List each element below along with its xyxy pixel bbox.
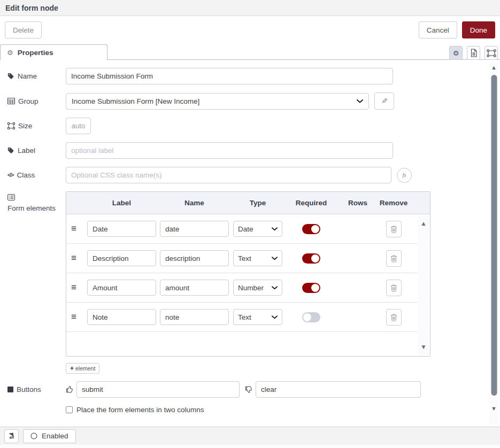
- scroll-down-icon[interactable]: ▼: [491, 405, 497, 412]
- add-element-row: + element: [7, 363, 500, 374]
- form-elements-tbody: ▲ ▼ ≡ Date: [66, 214, 430, 356]
- drag-handle-icon: ≡: [71, 312, 76, 322]
- two-columns-checkbox[interactable]: [66, 406, 73, 413]
- tab-properties-label: Properties: [18, 49, 53, 57]
- group-row: Group Income Submission Form [New Income…: [7, 92, 500, 110]
- drag-handle[interactable]: ≡: [70, 312, 86, 322]
- class-label-text: Class: [17, 171, 35, 180]
- scrollbar-thumb[interactable]: [491, 75, 497, 396]
- delete-button[interactable]: Delete: [5, 21, 42, 38]
- group-label-text: Group: [18, 97, 39, 106]
- element-name-input[interactable]: [160, 221, 229, 237]
- bottom-strip: [0, 445, 500, 448]
- element-type-select[interactable]: Number: [233, 280, 282, 296]
- remove-element-button[interactable]: [386, 221, 402, 237]
- add-element-label: element: [75, 365, 95, 372]
- properties-tool-button[interactable]: ⚙: [449, 46, 463, 60]
- label-label-text: Label: [18, 146, 35, 155]
- object-group-icon: [7, 122, 15, 129]
- action-bar: Delete Cancel Done: [0, 16, 500, 44]
- element-name-input[interactable]: [160, 280, 229, 296]
- size-label-text: Size: [18, 121, 32, 130]
- code-icon: </>: [7, 171, 13, 180]
- tab-tools: ⚙: [449, 46, 498, 60]
- element-name-input[interactable]: [160, 250, 229, 266]
- element-type-select[interactable]: Text: [233, 309, 282, 325]
- element-label-input[interactable]: [87, 250, 156, 266]
- column-header-rows: Rows: [338, 199, 378, 207]
- label-input[interactable]: [66, 142, 393, 159]
- edit-group-button[interactable]: ✎: [374, 92, 394, 110]
- form-element-row: ≡ Number: [66, 273, 430, 303]
- node-appearance-icon: [487, 49, 496, 57]
- description-tool-button[interactable]: [467, 46, 480, 60]
- dialog-content: Name Group Income Submission Form [New I…: [0, 60, 500, 427]
- scroll-up-icon[interactable]: ▲: [491, 64, 497, 71]
- pencil-icon: ✎: [381, 97, 388, 105]
- scroll-down-icon[interactable]: ▼: [420, 344, 427, 350]
- appearance-tool-button[interactable]: [484, 46, 498, 60]
- scroll-up-icon[interactable]: ▲: [420, 220, 427, 227]
- done-button[interactable]: Done: [462, 21, 495, 38]
- label-label: Label: [7, 146, 66, 155]
- element-required-toggle[interactable]: [302, 224, 320, 234]
- chevron-down-icon: [357, 99, 363, 103]
- main-scrollbar[interactable]: ▲ ▼: [489, 62, 498, 424]
- remove-element-button[interactable]: [386, 250, 402, 267]
- edit-form-node-dialog: Edit form node Delete Cancel Done ⚙ Prop…: [0, 0, 500, 448]
- name-input[interactable]: [66, 68, 393, 84]
- docs-button[interactable]: [4, 429, 19, 443]
- element-type-select[interactable]: Date: [233, 221, 282, 237]
- cancel-button[interactable]: Cancel: [419, 21, 457, 38]
- gear-icon: ⚙: [453, 49, 459, 57]
- trash-icon: [390, 284, 397, 292]
- circle-icon: [30, 432, 37, 439]
- add-element-button[interactable]: + element: [66, 363, 99, 374]
- element-required-toggle[interactable]: [302, 253, 320, 264]
- element-label-input[interactable]: [87, 309, 156, 325]
- clear-button-input[interactable]: [256, 381, 421, 398]
- chevron-down-icon: [272, 227, 278, 231]
- element-label-input[interactable]: [87, 221, 156, 237]
- dialog-footer: Enabled: [0, 427, 500, 445]
- drag-handle-icon: ≡: [71, 253, 76, 264]
- two-columns-label: Place the form elements in two columns: [76, 406, 204, 414]
- group-select[interactable]: Income Submission Form [New Income]: [66, 93, 369, 110]
- column-header-label: Label: [86, 199, 158, 207]
- size-button[interactable]: auto: [66, 118, 91, 134]
- class-row: </> Class fx: [7, 167, 500, 183]
- form-element-row: ≡ Text: [66, 244, 430, 273]
- element-type-value: Text: [238, 313, 251, 321]
- element-required-toggle[interactable]: [302, 283, 320, 293]
- square-icon: [7, 387, 13, 392]
- table-scrollbar[interactable]: ▲ ▼: [418, 215, 429, 355]
- tag-icon: [7, 73, 14, 80]
- element-required-toggle[interactable]: [302, 312, 320, 322]
- class-label: </> Class: [7, 171, 66, 180]
- name-label: Name: [7, 72, 66, 81]
- enabled-toggle-button[interactable]: Enabled: [23, 429, 76, 443]
- drag-handle[interactable]: ≡: [70, 282, 86, 293]
- remove-element-button[interactable]: [386, 309, 402, 326]
- element-label-input[interactable]: [87, 280, 156, 296]
- element-type-select[interactable]: Text: [233, 250, 282, 266]
- thumbs-down-icon: [245, 385, 253, 393]
- drag-handle-icon: ≡: [71, 282, 76, 293]
- form-elements-label: Form elements: [7, 191, 58, 213]
- submit-button-input[interactable]: [76, 381, 240, 398]
- remove-element-button[interactable]: [386, 280, 402, 296]
- expand-editor-button[interactable]: fx: [397, 168, 412, 183]
- group-label: Group: [7, 97, 66, 106]
- enabled-label: Enabled: [42, 432, 68, 440]
- class-input[interactable]: [66, 167, 391, 183]
- thumbs-up-icon: [66, 385, 74, 393]
- tab-properties[interactable]: ⚙ Properties: [0, 44, 107, 60]
- size-row: Size auto: [7, 118, 500, 134]
- chevron-down-icon: [272, 315, 278, 319]
- drag-handle[interactable]: ≡: [70, 223, 86, 234]
- buttons-label: Buttons: [7, 385, 66, 394]
- element-name-input[interactable]: [160, 309, 229, 325]
- chevron-down-icon: [272, 257, 278, 260]
- drag-handle[interactable]: ≡: [70, 253, 86, 264]
- column-header-remove: Remove: [378, 199, 410, 207]
